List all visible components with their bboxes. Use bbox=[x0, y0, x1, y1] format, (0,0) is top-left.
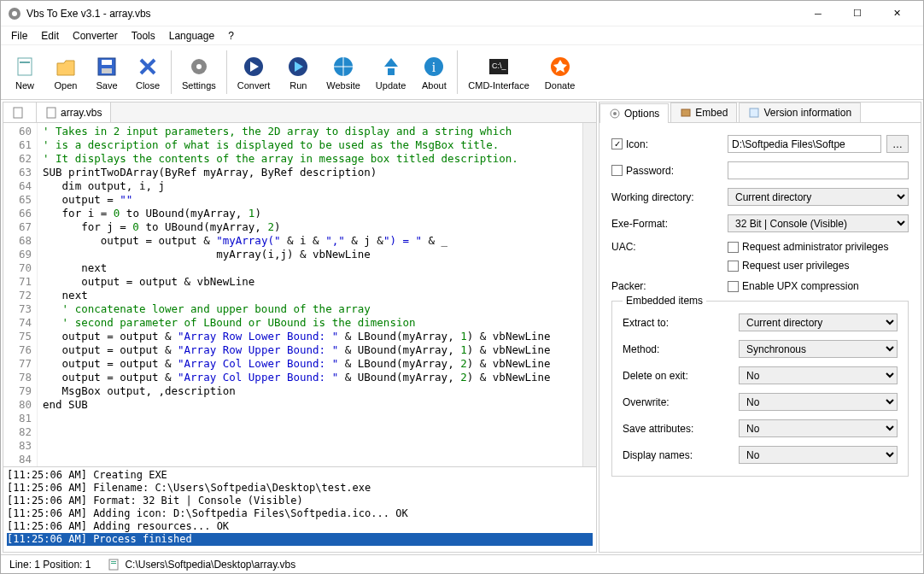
toolbar-about-button[interactable]: iAbout bbox=[413, 47, 454, 97]
svg-rect-18 bbox=[14, 108, 22, 118]
new-icon: New bbox=[15, 80, 34, 91]
saveattr-select[interactable]: No bbox=[739, 419, 898, 437]
toolbar-settings-button[interactable]: Settings bbox=[174, 47, 224, 97]
extract-label: Extract to: bbox=[623, 317, 734, 329]
log-line: [11:25:06 AM] Adding icon: D:\Softpedia … bbox=[7, 507, 593, 520]
options-panel: Icon: … Password: Working directory: Cur… bbox=[599, 123, 921, 552]
svg-text:C:\_: C:\_ bbox=[492, 62, 507, 70]
line-gutter: 60 61 62 63 64 65 66 67 68 69 70 71 72 7… bbox=[3, 123, 38, 466]
overwrite-label: Overwrite: bbox=[623, 396, 734, 408]
menu-converter[interactable]: Converter bbox=[66, 27, 125, 44]
editor-tab-1[interactable]: array.vbs bbox=[37, 102, 111, 122]
left-pane: array.vbs 60 61 62 63 64 65 66 67 68 69 … bbox=[3, 102, 597, 553]
convert-icon: Convert bbox=[237, 80, 271, 91]
toolbar-open-button[interactable]: Open bbox=[45, 47, 86, 97]
editor-tabs: array.vbs bbox=[3, 102, 596, 123]
menu-?[interactable]: ? bbox=[221, 27, 241, 44]
right-tab-options[interactable]: Options bbox=[599, 103, 669, 123]
uac-user-checkbox[interactable] bbox=[728, 261, 739, 272]
menubar: FileEditConverterToolsLanguage? bbox=[1, 26, 923, 45]
svg-rect-26 bbox=[111, 563, 116, 564]
workdir-select[interactable]: Current directory bbox=[728, 188, 909, 206]
password-input[interactable] bbox=[728, 161, 909, 179]
minimize-button[interactable]: ─ bbox=[798, 2, 838, 26]
toolbar-new-button[interactable]: New bbox=[4, 47, 45, 97]
embedded-fieldset: Embedded items Extract to:Current direct… bbox=[611, 301, 909, 477]
settings-icon: Settings bbox=[182, 80, 216, 91]
toolbar-cmd-button[interactable]: C:\_CMD-Interface bbox=[460, 47, 537, 97]
uac-admin-label: Request administrator privileges bbox=[742, 241, 888, 253]
cmd-icon: CMD-Interface bbox=[468, 80, 529, 91]
uac-admin-checkbox[interactable] bbox=[728, 242, 739, 253]
right-tab-embed[interactable]: Embed bbox=[670, 102, 737, 122]
file-icon bbox=[12, 107, 24, 119]
window-title: Vbs To Exe v3.1 - array.vbs bbox=[26, 8, 798, 20]
password-checkbox[interactable] bbox=[611, 165, 623, 176]
packer-upx-checkbox[interactable] bbox=[728, 281, 739, 292]
svg-rect-6 bbox=[102, 68, 112, 73]
toolbar-close-button[interactable]: Close bbox=[127, 47, 168, 97]
toolbar-run-button[interactable]: Run bbox=[278, 47, 319, 97]
icon-browse-button[interactable]: … bbox=[886, 135, 909, 153]
log-pane[interactable]: [11:25:06 AM] Creating EXE[11:25:06 AM] … bbox=[3, 466, 596, 552]
log-line: [11:25:06 AM] Format: 32 Bit | Console (… bbox=[7, 495, 593, 507]
dispnames-select[interactable]: No bbox=[739, 446, 898, 464]
embedded-legend: Embedded items bbox=[623, 295, 706, 307]
log-line: [11:25:06 AM] Adding resources... OK bbox=[7, 520, 593, 533]
toolbar-separator bbox=[226, 50, 227, 94]
log-line: [11:25:06 AM] Process finished bbox=[7, 533, 593, 546]
status-position: Line: 1 Position: 1 bbox=[9, 559, 91, 571]
code-editor[interactable]: 60 61 62 63 64 65 66 67 68 69 70 71 72 7… bbox=[3, 123, 582, 466]
svg-rect-23 bbox=[750, 108, 758, 117]
file-icon bbox=[108, 559, 120, 571]
toolbar: NewOpenSaveCloseSettingsConvertRunWebsit… bbox=[1, 45, 923, 100]
exeformat-select[interactable]: 32 Bit | Console (Visible) bbox=[728, 214, 909, 232]
delete-label: Delete on exit: bbox=[623, 370, 734, 382]
method-select[interactable]: Synchronous bbox=[739, 340, 898, 358]
icon-path-input[interactable] bbox=[728, 135, 881, 153]
menu-language[interactable]: Language bbox=[162, 27, 221, 44]
toolbar-convert-button[interactable]: Convert bbox=[230, 47, 278, 97]
delete-select[interactable]: No bbox=[739, 366, 898, 384]
svg-rect-5 bbox=[102, 60, 112, 65]
menu-file[interactable]: File bbox=[4, 27, 34, 44]
about-icon: About bbox=[422, 80, 447, 91]
packer-upx-label: Enable UPX compression bbox=[742, 280, 859, 292]
save-icon: Save bbox=[96, 80, 117, 91]
toolbar-website-button[interactable]: Website bbox=[319, 47, 368, 97]
right-tab-version-information[interactable]: Version information bbox=[739, 102, 861, 122]
svg-point-1 bbox=[12, 11, 17, 16]
editor-scrollbar[interactable] bbox=[582, 123, 596, 466]
tab-icon bbox=[748, 107, 760, 119]
editor-tab-0[interactable] bbox=[3, 102, 37, 122]
app-icon bbox=[8, 7, 21, 20]
overwrite-select[interactable]: No bbox=[739, 393, 898, 411]
uac-label: UAC: bbox=[611, 241, 722, 253]
open-icon: Open bbox=[55, 80, 78, 91]
statusbar: Line: 1 Position: 1 C:\Users\Softpedia\D… bbox=[1, 554, 923, 573]
extract-select[interactable]: Current directory bbox=[739, 313, 898, 331]
svg-rect-24 bbox=[109, 559, 118, 570]
toolbar-separator bbox=[171, 50, 172, 94]
svg-rect-22 bbox=[681, 109, 690, 116]
toolbar-separator bbox=[457, 50, 458, 94]
close-button[interactable]: ✕ bbox=[877, 2, 916, 26]
tab-icon bbox=[609, 108, 621, 120]
donate-icon: Donate bbox=[545, 80, 575, 91]
svg-rect-12 bbox=[388, 68, 395, 75]
svg-rect-2 bbox=[18, 58, 32, 75]
toolbar-update-button[interactable]: Update bbox=[368, 47, 413, 97]
file-icon bbox=[45, 107, 57, 119]
icon-checkbox[interactable] bbox=[611, 138, 623, 149]
saveattr-label: Save attributes: bbox=[623, 423, 734, 435]
run-icon: Run bbox=[289, 80, 307, 91]
maximize-button[interactable]: ☐ bbox=[838, 2, 877, 26]
code-area[interactable]: ' Takes in 2 input parameters, the 2D ar… bbox=[38, 123, 582, 466]
workdir-label: Working directory: bbox=[611, 191, 722, 203]
log-line: [11:25:06 AM] Creating EXE bbox=[7, 469, 593, 482]
menu-tools[interactable]: Tools bbox=[125, 27, 162, 44]
toolbar-donate-button[interactable]: Donate bbox=[537, 47, 582, 97]
website-icon: Website bbox=[326, 80, 360, 91]
menu-edit[interactable]: Edit bbox=[34, 27, 66, 44]
toolbar-save-button[interactable]: Save bbox=[86, 47, 127, 97]
